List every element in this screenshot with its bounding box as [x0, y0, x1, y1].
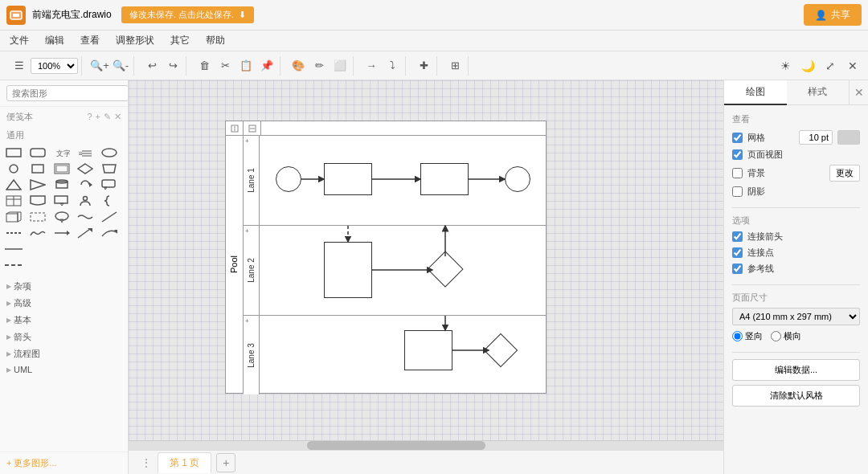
- lane2-content[interactable]: [260, 226, 546, 315]
- tab-page1[interactable]: 第 1 页: [158, 452, 211, 473]
- shape-document[interactable]: [29, 194, 47, 208]
- undo-btn[interactable]: ↩: [142, 56, 162, 76]
- shape-person[interactable]: [76, 194, 94, 208]
- canvas-area[interactable]: Pool + Lane 1: [129, 80, 723, 474]
- shape-dash[interactable]: [5, 226, 23, 240]
- grid-checkbox[interactable]: [732, 133, 743, 143]
- panel-tab-style[interactable]: 样式: [787, 80, 850, 104]
- shape-rect-dashed[interactable]: [29, 210, 47, 224]
- menu-other[interactable]: 其它: [167, 32, 193, 49]
- section-label-jiantou[interactable]: 箭头: [0, 328, 128, 345]
- tab-more-btn[interactable]: ⋮: [135, 454, 158, 472]
- shape-callout[interactable]: [100, 178, 118, 192]
- waypoint-btn[interactable]: ⤵: [383, 56, 402, 76]
- canvas[interactable]: Pool + Lane 1: [129, 80, 723, 450]
- shape-callout2[interactable]: [53, 194, 71, 208]
- background-checkbox[interactable]: [732, 168, 743, 178]
- shape-arrow-line[interactable]: [53, 226, 71, 240]
- lane3-diamond[interactable]: [484, 333, 518, 367]
- landscape-radio-label[interactable]: 横向: [771, 330, 801, 342]
- landscape-radio[interactable]: [771, 331, 781, 341]
- shape-parallelogram[interactable]: [100, 161, 118, 176]
- unsaved-banner[interactable]: 修改未保存. 点击此处保存. ⬇: [121, 6, 254, 23]
- lane2-diamond[interactable]: [427, 251, 463, 287]
- copy-btn[interactable]: 📋: [236, 56, 256, 76]
- download-icon[interactable]: ⬇: [239, 10, 246, 20]
- shape-arrow-curved[interactable]: [100, 226, 118, 240]
- lane2-rect1[interactable]: [324, 242, 372, 298]
- redo-btn[interactable]: ↪: [163, 56, 182, 76]
- edit-data-btn[interactable]: 编辑数据...: [732, 359, 860, 381]
- grid-color-swatch[interactable]: [837, 130, 860, 145]
- lane1-expand[interactable]: +: [245, 137, 249, 145]
- line-color-btn[interactable]: ✏: [309, 56, 329, 76]
- diagram-container[interactable]: Pool + Lane 1: [225, 121, 547, 394]
- lane2-expand[interactable]: +: [245, 227, 249, 235]
- close-panel-btn[interactable]: ✕: [844, 57, 862, 75]
- conn-points-checkbox[interactable]: [732, 247, 743, 258]
- shape-table[interactable]: [5, 194, 23, 208]
- shape-text[interactable]: 文字: [53, 145, 71, 160]
- search-input[interactable]: [6, 85, 129, 101]
- conn-arrows-checkbox[interactable]: [732, 231, 743, 242]
- guidelines-checkbox[interactable]: [732, 264, 743, 274]
- fullscreen-btn[interactable]: ⤢: [821, 57, 839, 75]
- shape-triangle[interactable]: [5, 178, 23, 192]
- portrait-radio-label[interactable]: 竖向: [732, 330, 763, 342]
- menu-edit[interactable]: 编辑: [42, 32, 68, 49]
- shape-rect[interactable]: [5, 145, 23, 160]
- lane1-content[interactable]: [260, 136, 546, 225]
- section-add-icon[interactable]: +: [96, 112, 100, 122]
- pool-header-right-expand[interactable]: [244, 121, 261, 136]
- lane1-start-circle[interactable]: [276, 166, 301, 192]
- shape-squiggle[interactable]: [29, 226, 47, 240]
- section-label-liuchengtu[interactable]: 流程图: [0, 345, 128, 362]
- shape-rect-rounded[interactable]: [29, 145, 47, 160]
- shape-ellipse[interactable]: [100, 145, 118, 160]
- grid-input[interactable]: [799, 130, 833, 145]
- theme-dark-btn[interactable]: 🌙: [799, 57, 817, 75]
- pool-expand-btn[interactable]: [226, 121, 244, 136]
- lane1-rect1[interactable]: [324, 163, 372, 195]
- section-label-jiben[interactable]: 基本: [0, 311, 128, 328]
- shape-cylinder[interactable]: [53, 178, 71, 192]
- lane3-expand[interactable]: +: [245, 317, 249, 325]
- shape-callout3[interactable]: [53, 210, 71, 224]
- menu-view[interactable]: 查看: [77, 32, 103, 49]
- shape-diamond[interactable]: [76, 161, 94, 176]
- section-edit-icon[interactable]: ✎: [104, 112, 111, 122]
- shape-arrow-diag[interactable]: [76, 226, 94, 240]
- tab-add-btn[interactable]: +: [216, 453, 235, 472]
- lane1-end-circle[interactable]: [505, 166, 530, 192]
- sidebar-toggle-btn[interactable]: ☰: [10, 56, 29, 76]
- horizontal-scrollbar[interactable]: [129, 440, 723, 450]
- shape-hline2[interactable]: [5, 258, 23, 272]
- menu-adjust[interactable]: 调整形状: [113, 32, 158, 49]
- shadow-checkbox[interactable]: [732, 186, 743, 197]
- section-label-gaoji[interactable]: 高级: [0, 294, 128, 311]
- shape-hline[interactable]: [5, 242, 23, 256]
- menu-help[interactable]: 帮助: [203, 32, 228, 49]
- section-close-icon[interactable]: ✕: [114, 112, 121, 122]
- panel-tab-diagram[interactable]: 绘图: [724, 80, 787, 105]
- table-btn[interactable]: ⊞: [445, 56, 465, 76]
- insert-btn[interactable]: ✚: [414, 56, 433, 76]
- shape-line[interactable]: [100, 210, 118, 224]
- background-change-btn[interactable]: 更改: [829, 165, 860, 182]
- cut-btn[interactable]: ✂: [215, 56, 235, 76]
- shape-rect-double[interactable]: [53, 161, 71, 176]
- portrait-radio[interactable]: [732, 331, 743, 341]
- section-label-zaxiang[interactable]: 杂项: [0, 277, 128, 294]
- shape-brace[interactable]: [100, 194, 118, 208]
- shape-square[interactable]: [29, 161, 47, 176]
- zoom-select[interactable]: 100% 75% 150%: [31, 58, 78, 74]
- delete-btn[interactable]: 🗑: [194, 56, 214, 76]
- paste-btn[interactable]: 📌: [257, 56, 276, 76]
- panel-close-btn[interactable]: ✕: [849, 80, 868, 104]
- lane1-rect2[interactable]: [420, 163, 469, 195]
- menu-file[interactable]: 文件: [6, 32, 32, 49]
- share-button[interactable]: 👤 共享: [804, 4, 862, 26]
- shape-circle[interactable]: [5, 161, 23, 176]
- shape-text2[interactable]: ≡: [76, 145, 94, 160]
- shape-btn[interactable]: ⬜: [330, 56, 350, 76]
